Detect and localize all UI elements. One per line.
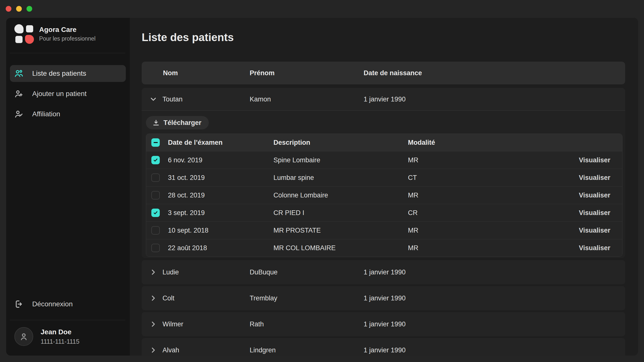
exam-date: 3 sept. 2019 xyxy=(168,209,205,217)
exam-description: MR PROSTATE xyxy=(274,227,321,234)
user-plus-icon xyxy=(14,89,23,98)
column-header-date-examen: Date de l’éxamen xyxy=(168,139,223,146)
exam-row[interactable]: 3 sept. 2019 CR PIED I CR Visualiser xyxy=(146,204,622,221)
exam-row[interactable]: 28 oct. 2019 Colonne Lombaire MR Visuali… xyxy=(146,186,622,204)
download-button[interactable]: Télécharger xyxy=(146,116,209,129)
exam-row[interactable]: 31 oct. 2019 Lumbar spine CT Visualiser xyxy=(146,169,622,186)
exam-checkbox[interactable] xyxy=(151,191,160,199)
patient-prenom: DuBuque xyxy=(250,269,278,276)
patients-list: Ludie DuBuque 1 janvier 1990 Colt Trembl… xyxy=(142,260,625,356)
chevron-right-icon[interactable] xyxy=(149,268,158,276)
sidebar-item-label: Affiliation xyxy=(32,110,60,118)
app-title: Agora Care xyxy=(39,26,96,34)
sidebar-item-label: Liste des patients xyxy=(32,69,86,77)
exam-date: 31 oct. 2019 xyxy=(168,174,205,182)
exam-modality: MR xyxy=(408,192,418,199)
patient-prenom: Kamon xyxy=(250,95,271,103)
app-logo: Agora Care Pour les professionnel xyxy=(14,24,96,43)
patient-row[interactable]: Wilmer Rath 1 janvier 1990 xyxy=(142,312,625,336)
logo-tile xyxy=(25,35,34,44)
patient-nom: Toutan xyxy=(162,95,182,103)
exam-date: 6 nov. 2019 xyxy=(168,156,202,164)
exam-row[interactable]: 6 nov. 2019 Spine Lombaire MR Visualiser xyxy=(146,151,622,169)
sidebar-item-ajouter-un-patient[interactable]: Ajouter un patient xyxy=(10,85,126,102)
window-controls xyxy=(6,6,32,12)
chevron-right-icon[interactable] xyxy=(149,320,158,328)
minimize-window-button[interactable] xyxy=(16,6,22,12)
exam-description: CR PIED I xyxy=(274,209,304,217)
chevron-down-icon[interactable] xyxy=(149,95,158,103)
logo-tile xyxy=(26,25,33,32)
patient-row[interactable]: Alvah Lindgren 1 janvier 1990 xyxy=(142,338,625,356)
chevron-right-icon[interactable] xyxy=(149,294,158,302)
exam-checkbox[interactable] xyxy=(151,226,160,235)
visualiser-link[interactable]: Visualiser xyxy=(579,174,610,182)
exam-modality: MR xyxy=(408,156,418,164)
patient-nom: Wilmer xyxy=(162,321,183,328)
download-label: Télécharger xyxy=(164,119,201,127)
zoom-window-button[interactable] xyxy=(26,6,32,12)
exam-checkbox[interactable] xyxy=(151,173,160,182)
patient-row[interactable]: Toutan Kamon 1 janvier 1990 xyxy=(142,88,625,111)
patient-card-expanded: Toutan Kamon 1 janvier 1990 Télécharger xyxy=(142,88,625,258)
logout-icon xyxy=(14,300,23,309)
chevron-right-icon[interactable] xyxy=(149,346,158,354)
download-icon xyxy=(152,119,160,126)
agora-care-logo-icon xyxy=(14,24,34,43)
users-icon xyxy=(14,69,23,78)
logout-button[interactable]: Déconnexion xyxy=(10,296,126,313)
indeterminate-mark-icon xyxy=(154,142,158,143)
sidebar-nav: Liste des patients Ajouter un patient xyxy=(10,65,126,122)
column-header-modalite: Modalité xyxy=(408,139,435,146)
close-window-button[interactable] xyxy=(6,6,12,12)
exam-date: 22 août 2018 xyxy=(168,244,207,252)
patient-dob: 1 janvier 1990 xyxy=(364,95,406,103)
patient-dob: 1 janvier 1990 xyxy=(364,269,406,276)
visualiser-link[interactable]: Visualiser xyxy=(579,244,610,252)
patient-nom: Alvah xyxy=(162,347,179,354)
main-content: Liste des patients Nom Prénom Date de na… xyxy=(130,18,638,356)
visualiser-link[interactable]: Visualiser xyxy=(579,209,610,217)
visualiser-link[interactable]: Visualiser xyxy=(579,156,610,164)
exam-table: Date de l’éxamen Description Modalité 6 … xyxy=(146,134,622,257)
exam-modality: CR xyxy=(408,209,418,217)
sidebar-item-label: Ajouter un patient xyxy=(32,90,87,98)
patients-table-header: Nom Prénom Date de naissance xyxy=(142,62,625,84)
patient-row[interactable]: Ludie DuBuque 1 janvier 1990 xyxy=(142,260,625,284)
patient-row[interactable]: Colt Tremblay 1 janvier 1990 xyxy=(142,286,625,310)
visualiser-link[interactable]: Visualiser xyxy=(579,227,610,234)
exam-checkbox[interactable] xyxy=(151,156,160,164)
logo-tile xyxy=(15,36,22,43)
patient-prenom: Rath xyxy=(250,321,264,328)
patient-nom: Colt xyxy=(162,295,174,302)
avatar xyxy=(14,327,33,346)
exam-row[interactable]: 22 août 2018 MR COL LOMBAIRE MR Visualis… xyxy=(146,239,622,257)
user-check-icon xyxy=(14,110,23,118)
exam-table-header: Date de l’éxamen Description Modalité xyxy=(146,134,622,151)
sidebar-item-liste-des-patients[interactable]: Liste des patients xyxy=(10,65,126,82)
select-all-checkbox[interactable] xyxy=(151,138,160,147)
exam-checkbox[interactable] xyxy=(151,209,160,217)
column-header-nom: Nom xyxy=(163,69,178,77)
exam-checkbox[interactable] xyxy=(151,244,160,252)
column-header-prenom: Prénom xyxy=(250,69,275,77)
logout-label: Déconnexion xyxy=(32,300,72,308)
app-window: Agora Care Pour les professionnel Liste … xyxy=(6,18,638,356)
exam-row[interactable]: 10 sept. 2018 MR PROSTATE MR Visualiser xyxy=(146,221,622,239)
profile-id: 1111-111-1115 xyxy=(40,338,80,345)
exam-description: Colonne Lombaire xyxy=(274,192,328,199)
visualiser-link[interactable]: Visualiser xyxy=(579,192,610,199)
exam-date: 28 oct. 2019 xyxy=(168,192,205,199)
logo-tile xyxy=(14,24,24,33)
exam-description: Spine Lombaire xyxy=(274,156,320,164)
exam-modality: CT xyxy=(408,174,417,182)
user-profile: Jean Doe 1111-111-1115 xyxy=(14,327,80,346)
page-title: Liste des patients xyxy=(142,31,234,43)
patient-dob: 1 janvier 1990 xyxy=(364,321,406,328)
sidebar-item-affiliation[interactable]: Affiliation xyxy=(10,106,126,122)
patient-dob: 1 janvier 1990 xyxy=(364,347,406,354)
exam-description: MR COL LOMBAIRE xyxy=(274,244,336,252)
app-subtitle: Pour les professionnel xyxy=(39,35,96,42)
patient-nom: Ludie xyxy=(162,269,179,276)
column-header-date-de-naissance: Date de naissance xyxy=(364,69,422,77)
